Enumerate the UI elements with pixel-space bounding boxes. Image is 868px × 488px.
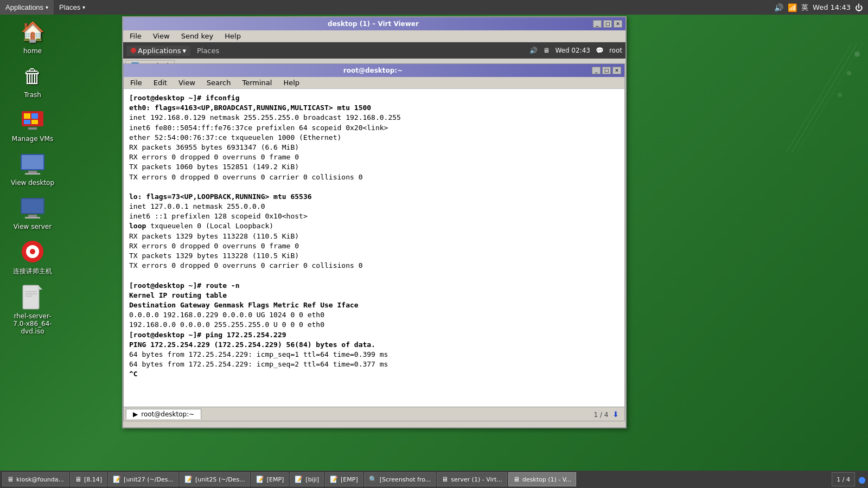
term-menu-edit[interactable]: Edit xyxy=(149,78,171,88)
decorative-lines xyxy=(760,43,868,206)
svg-rect-11 xyxy=(22,199,43,213)
terminal-line-21: Kernel IP routing table xyxy=(129,291,619,300)
desktop: Applications ▾ Places ▾ 🔊 📶 英 Wed 14:43 … xyxy=(0,0,868,488)
svg-rect-9 xyxy=(25,173,40,175)
terminal-titlebar-buttons: _ □ ✕ xyxy=(592,67,621,74)
top-panel: Applications ▾ Places ▾ 🔊 📶 英 Wed 14:43 … xyxy=(0,0,868,15)
taskbar-biji[interactable]: 📝 [biji] xyxy=(290,472,324,486)
gnome-topbar: Applications ▾ Places 🔊 🖥 Wed 02:43 💬 ro… xyxy=(123,42,626,59)
virt-viewer-titlebar: desktop (1) – Virt Viewer _ □ ✕ xyxy=(123,17,626,30)
gnome-user: root xyxy=(609,47,622,54)
svg-rect-3 xyxy=(24,120,30,124)
svg-point-26 xyxy=(854,52,860,57)
manage-vms-icon[interactable]: Manage VMs xyxy=(8,107,57,143)
emp1-icon: 📝 xyxy=(256,476,264,483)
volume-icon[interactable]: 🔊 xyxy=(774,3,783,12)
terminal-scroll-down-icon[interactable]: ⬇ xyxy=(612,410,619,419)
taskbar-pager[interactable]: 1 / 4 xyxy=(832,472,855,486)
places-menu-btn[interactable]: Places ▾ xyxy=(54,0,91,15)
terminal-line-14: loop txqueuelen 0 (Local Loopback) xyxy=(129,221,619,231)
gnome-volume-icon[interactable]: 🔊 xyxy=(529,47,538,54)
terminal-maximize-btn[interactable]: □ xyxy=(602,67,611,74)
top-panel-left: Applications ▾ Places ▾ xyxy=(0,0,91,15)
trash-icon[interactable]: 🗑 Trash xyxy=(8,63,57,99)
taskbar-screenshot[interactable]: 🔍 [Screenshot fro... xyxy=(364,472,436,486)
gnome-right-area: 🔊 🖥 Wed 02:43 💬 root xyxy=(529,47,622,54)
terminal-line-10 xyxy=(129,182,619,192)
taskbar-unit25[interactable]: 📝 [unit25 (~/Des... xyxy=(180,472,250,486)
gnome-apps-arrow: ▾ xyxy=(182,47,186,55)
kiosk-icon: 🖥 xyxy=(7,476,14,483)
virt-maximize-btn[interactable]: □ xyxy=(603,20,612,28)
terminal-tab-main[interactable]: ▶ root@desktop:~ xyxy=(126,409,201,419)
terminal-minimize-btn[interactable]: _ xyxy=(592,67,601,74)
home-icon-img: 🏠 xyxy=(20,19,46,45)
top-panel-right: 🔊 📶 英 Wed 14:43 ⏻ xyxy=(774,3,868,12)
gnome-places-btn[interactable]: Places xyxy=(193,46,224,56)
8-14-label: [8.14] xyxy=(84,476,102,483)
virt-minimize-btn[interactable]: _ xyxy=(593,20,602,28)
gnome-notification-icon[interactable]: 💬 xyxy=(596,47,604,54)
virt-menu-help[interactable]: Help xyxy=(220,31,245,41)
gnome-applications-btn[interactable]: Applications ▾ xyxy=(126,46,190,56)
taskbar-8-14[interactable]: 🖥 [8.14] xyxy=(70,472,107,486)
virt-close-btn[interactable]: ✕ xyxy=(614,20,622,28)
pager-scroll-icon[interactable]: ● xyxy=(858,474,866,485)
view-server-icon-img xyxy=(20,195,46,221)
taskbar-right: 1 / 4 ● xyxy=(832,472,866,486)
term-menu-search[interactable]: Search xyxy=(202,78,235,88)
virt-menu-file[interactable]: File xyxy=(125,31,146,41)
taskbar: 🖥 kiosk@founda... 🖥 [8.14] 📝 [unit27 (~/… xyxy=(0,471,868,488)
terminal-content[interactable]: [root@desktop ~]# ifconfig eth0: flags=4… xyxy=(124,89,624,407)
taskbar-unit27[interactable]: 📝 [unit27 (~/Des... xyxy=(108,472,178,486)
trash-icon-img: 🗑 xyxy=(20,63,46,89)
taskbar-desktop-virt[interactable]: 🖥 desktop (1) - V... xyxy=(508,472,577,486)
term-menu-view[interactable]: View xyxy=(174,78,200,88)
gnome-screen-icon[interactable]: 🖥 xyxy=(543,47,550,54)
terminal-line-11: lo: flags=73<UP,LOOPBACK,RUNNING> mtu 65… xyxy=(129,192,619,202)
virt-menu-sendkey[interactable]: Send key xyxy=(177,31,218,41)
svg-rect-5 xyxy=(28,127,37,130)
terminal-tabs: ▶ root@desktop:~ 1 / 4 ⬇ xyxy=(124,407,624,421)
rhel-iso-icon[interactable]: rhel-server-7.0-x86_64-dvd.iso xyxy=(8,284,57,335)
term-menu-help[interactable]: Help xyxy=(279,78,304,88)
terminal-line-1: [root@desktop ~]# ifconfig xyxy=(129,93,619,103)
home-icon[interactable]: 🏠 home xyxy=(8,19,57,55)
terminal-close-btn[interactable]: ✕ xyxy=(612,67,621,74)
terminal-line-25: [root@desktop ~]# ping 172.25.254.229 xyxy=(129,330,619,340)
unit25-label: [unit25 (~/Des... xyxy=(195,476,245,483)
terminal-line-22: Destination Gateway Genmask Flags Metric… xyxy=(129,300,619,310)
server-virt-label: server (1) - Virt... xyxy=(451,476,502,483)
terminal-line-26: PING 172.25.254.229 (172.25.254.229) 56(… xyxy=(129,340,619,350)
rhel-iso-icon-img xyxy=(20,284,46,310)
view-server-icon[interactable]: View server xyxy=(8,195,57,230)
svg-rect-1 xyxy=(24,113,30,119)
terminal-line-7: RX errors 0 dropped 0 overruns 0 frame 0 xyxy=(129,152,619,162)
pager-count: 1 / 4 xyxy=(837,476,850,483)
terminal-line-4: inet6 fe80::5054:ff:fe76:37ce prefixlen … xyxy=(129,123,619,133)
language-indicator[interactable]: 英 xyxy=(801,3,808,12)
terminal-line-15: RX packets 1329 bytes 113228 (110.5 KiB) xyxy=(129,232,619,241)
terminal-line-13: inet6 ::1 prefixlen 128 scopeid 0x10<hos… xyxy=(129,211,619,221)
datetime-display: Wed 14:43 xyxy=(813,3,851,11)
biji-label: [biji] xyxy=(305,476,319,483)
svg-rect-17 xyxy=(23,285,39,309)
virt-menu-view[interactable]: View xyxy=(149,31,174,41)
terminal-line-5: ether 52:54:00:76:37:ce txqueuelen 1000 … xyxy=(129,133,619,143)
terminal-title: root@desktop:~ xyxy=(154,67,592,74)
gnome-apps-dot xyxy=(131,48,136,53)
view-desktop-icon[interactable]: View desktop xyxy=(8,151,57,187)
term-menu-terminal[interactable]: Terminal xyxy=(238,78,276,88)
terminal-line-29: ^C xyxy=(129,369,619,379)
places-label: Places xyxy=(59,3,80,11)
taskbar-server-virt[interactable]: 🖥 server (1) - Virt... xyxy=(437,472,507,486)
view-desktop-icon-img xyxy=(20,151,46,177)
taskbar-kiosk[interactable]: 🖥 kiosk@founda... xyxy=(2,472,69,486)
term-menu-file[interactable]: File xyxy=(126,78,146,88)
power-icon[interactable]: ⏻ xyxy=(855,3,863,12)
terminal-line-12: inet 127.0.0.1 netmask 255.0.0.0 xyxy=(129,202,619,211)
applications-menu-btn[interactable]: Applications ▾ xyxy=(0,0,54,15)
connect-teacher-icon[interactable]: 连接讲师主机 xyxy=(8,239,57,276)
taskbar-emp1[interactable]: 📝 [EMP] xyxy=(251,472,289,486)
taskbar-emp2[interactable]: 📝 [EMP] xyxy=(325,472,363,486)
